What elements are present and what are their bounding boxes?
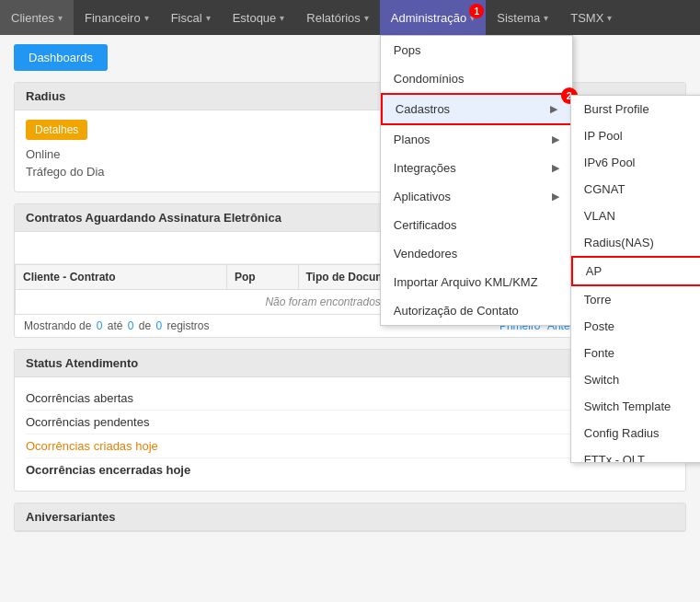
chevron-right-icon: ▶ <box>552 162 559 174</box>
submenu-ipv6-pool[interactable]: IPv6 Pool <box>571 149 700 176</box>
menu-vendedores[interactable]: Vendedores <box>381 239 572 268</box>
chevron-down-icon: ▾ <box>206 13 211 23</box>
chevron-right-icon: ▶ <box>552 191 559 203</box>
menu-certificados[interactable]: Certificados <box>381 211 572 239</box>
submenu-ap[interactable]: AP 3 <box>571 256 700 286</box>
total-link[interactable]: 0 <box>155 319 162 332</box>
nav-clientes[interactable]: Clientes ▾ <box>0 0 74 35</box>
submenu-torre[interactable]: Torre <box>571 286 700 313</box>
chevron-down-icon: ▾ <box>607 13 612 23</box>
nav-financeiro[interactable]: Financeiro ▾ <box>74 0 160 35</box>
submenu-fonte[interactable]: Fonte <box>571 340 700 366</box>
col-cliente: Cliente - Contrato <box>16 265 227 290</box>
badge-1: 1 <box>469 4 484 18</box>
range-start-link[interactable]: 0 <box>97 319 103 332</box>
nav-administracao[interactable]: Administração ▾ 1 Pops Condomínios Cadas… <box>380 0 486 35</box>
cadastros-submenu: Burst Profile IP Pool IPv6 Pool CGNAT VL… <box>570 95 700 463</box>
submenu-config-radius[interactable]: Config Radius <box>571 420 700 446</box>
chevron-down-icon: ▾ <box>280 13 284 23</box>
dashboards-button[interactable]: Dashboards <box>14 44 108 71</box>
submenu-poste[interactable]: Poste <box>571 313 700 340</box>
chevron-right-icon: ▶ <box>552 133 559 145</box>
submenu-burst-profile[interactable]: Burst Profile <box>571 96 700 122</box>
nav-fiscal[interactable]: Fiscal ▾ <box>160 0 222 35</box>
chevron-down-icon: ▾ <box>364 13 369 23</box>
nav-relatorios[interactable]: Relatórios ▾ <box>295 0 380 35</box>
menu-planos[interactable]: Planos ▶ <box>381 125 572 154</box>
details-button[interactable]: Detalhes <box>26 120 87 140</box>
menu-integracoes[interactable]: Integrações ▶ <box>381 154 572 182</box>
submenu-cgnat[interactable]: CGNAT <box>571 176 700 203</box>
chevron-down-icon: ▾ <box>58 13 63 23</box>
submenu-switch-template[interactable]: Switch Template <box>571 393 700 420</box>
showing-text: Mostrando de 0 até 0 de 0 registros <box>24 319 210 332</box>
chevron-down-icon: ▾ <box>544 13 548 23</box>
chevron-down-icon: ▾ <box>144 13 149 23</box>
submenu-radius-nas[interactable]: Radius(NAS) <box>571 229 700 256</box>
aniversariantes-section: Aniversariantes <box>14 503 686 532</box>
menu-importar-kml[interactable]: Importar Arquivo KML/KMZ <box>381 268 572 296</box>
col-pop: Pop <box>226 265 298 290</box>
submenu-fttx-olt[interactable]: FTTx - OLT <box>571 446 700 463</box>
menu-condominios[interactable]: Condomínios <box>381 64 572 93</box>
menu-autorizacao-contato[interactable]: Autorização de Contato <box>381 296 572 325</box>
submenu-vlan[interactable]: VLAN <box>571 203 700 229</box>
admin-dropdown-menu: Pops Condomínios Cadastros 2 ▶ Burst Pro… <box>380 35 573 326</box>
aniversariantes-title: Aniversariantes <box>15 504 685 531</box>
chevron-right-icon: ▶ <box>550 103 557 115</box>
nav-sistema[interactable]: Sistema ▾ <box>486 0 559 35</box>
nav-tsmx[interactable]: TSMX ▾ <box>559 0 623 35</box>
menu-aplicativos[interactable]: Aplicativos ▶ <box>381 182 572 211</box>
submenu-ip-pool[interactable]: IP Pool <box>571 122 700 149</box>
menu-pops[interactable]: Pops <box>381 36 572 64</box>
range-end-link[interactable]: 0 <box>128 319 134 332</box>
nav-estoque[interactable]: Estoque ▾ <box>222 0 296 35</box>
submenu-switch[interactable]: Switch <box>571 366 700 393</box>
top-navigation: Clientes ▾ Financeiro ▾ Fiscal ▾ Estoque… <box>0 0 700 35</box>
menu-cadastros[interactable]: Cadastros 2 ▶ Burst Profile IP Pool IPv6… <box>381 93 572 125</box>
